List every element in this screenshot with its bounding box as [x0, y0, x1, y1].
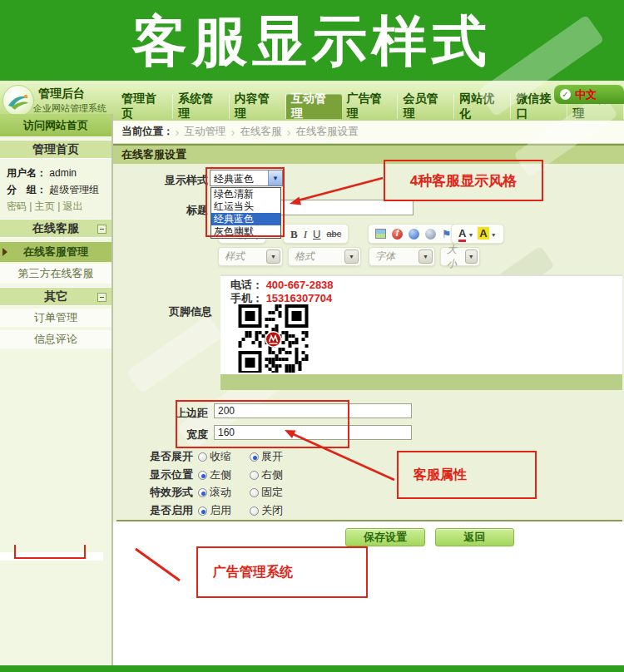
editor-dropdown-label: 格式 [295, 250, 314, 264]
radio-option-label: 关闭 [261, 504, 283, 516]
logout-link[interactable]: 退出 [63, 200, 83, 212]
ad-note-box: 广告管理系统 [196, 546, 368, 598]
footer-info-label: 页脚信息 [141, 304, 212, 319]
underline-button[interactable]: U [313, 229, 320, 240]
display-style-label: 显示样式 [141, 173, 208, 188]
editor-dropdown-2[interactable]: 字体▼ [369, 247, 435, 266]
password-link[interactable]: 密码 [7, 200, 27, 212]
bottom-bar [0, 665, 624, 672]
radio-button[interactable] [250, 471, 259, 480]
radio-button[interactable] [198, 452, 207, 462]
back-button[interactable]: 返回 [435, 528, 514, 546]
radio-option-label: 启用 [210, 504, 231, 516]
margin-highlight-box [176, 400, 349, 448]
arrow-right-icon [2, 248, 7, 256]
radio-row-label: 是否展开 [125, 449, 193, 464]
sidebar-header-service[interactable]: 在线客服 [0, 219, 111, 238]
sidebar-other-item-0[interactable]: 订单管理 [0, 309, 111, 327]
nav-tab-0[interactable]: 管理首页 [116, 94, 173, 119]
search-icon[interactable] [425, 229, 436, 240]
radio-row-0: 是否展开收缩展开 [125, 449, 301, 464]
section-header: 在线客服设置 [113, 144, 624, 164]
chevron-down-icon: ▼ [418, 250, 433, 264]
divider [116, 520, 622, 521]
radio-option: 收缩 [198, 450, 231, 462]
sidebar-header-home[interactable]: 管理首页 [0, 140, 111, 159]
radio-row-2: 特效形式滚动固定 [125, 485, 301, 500]
nav-tab-5[interactable]: 会员管理 [398, 94, 454, 119]
style-note-box: 4种客服显示风格 [384, 160, 543, 201]
radio-button[interactable] [250, 452, 259, 462]
text-color-button[interactable]: A▼ [458, 228, 473, 240]
chevron-down-icon: ▼ [468, 232, 473, 238]
flag-icon[interactable]: ⚑ [442, 229, 452, 240]
nav-tab-4[interactable]: 广告管理 [342, 94, 399, 119]
radio-button[interactable] [198, 488, 207, 497]
editor-dropdown-label: 字体 [375, 250, 395, 264]
sidebar-item-0[interactable]: 在线客服管理 [0, 242, 111, 262]
chevron-right-icon: › [231, 125, 235, 139]
radio-option-label: 滚动 [210, 486, 231, 498]
main-nav: 管理首页系统管理内容管理互动管理广告管理会员管理网站优化微信接口模板管理 [116, 92, 624, 119]
radio-option: 固定 [250, 486, 283, 498]
nav-tab-6[interactable]: 网站优化 [454, 94, 511, 119]
editor-format-group: B I U abc [283, 224, 349, 244]
editor-color-group: A▼ A▼ [451, 224, 504, 244]
user-group-row: 分 组： 超级管理组 [7, 183, 99, 197]
page: 客服显示样式 管理后台 企业网站管理系统 管理首页系统管理内容管理互动管理广告管… [0, 0, 624, 672]
radio-button[interactable] [198, 506, 207, 516]
italic-button[interactable]: I [304, 229, 307, 240]
collapse-icon[interactable] [97, 293, 106, 302]
banner: 客服显示样式 [0, 0, 624, 81]
bg-color-button[interactable]: A▼ [478, 227, 496, 240]
radio-button[interactable] [198, 471, 207, 480]
sidebar-header-other[interactable]: 其它 [0, 287, 111, 306]
radio-option: 启用 [198, 504, 231, 516]
visit-home-button[interactable]: 访问网站首页 [0, 114, 111, 136]
chevron-right-icon: › [287, 125, 291, 139]
editor-dropdown-3[interactable]: 大小▼ [440, 247, 480, 266]
collapse-icon[interactable] [97, 225, 106, 234]
media-icon[interactable] [409, 229, 419, 240]
strikethrough-button[interactable]: abc [326, 230, 341, 239]
breadcrumb-item-0[interactable]: 互动管理 [185, 125, 226, 139]
nav-tab-1[interactable]: 系统管理 [173, 94, 230, 119]
flash-icon[interactable]: f [392, 229, 403, 240]
chevron-right-icon: › [176, 125, 180, 139]
chevron-down-icon: ▼ [344, 250, 359, 264]
radio-option: 右侧 [250, 468, 283, 481]
radio-option-label: 左侧 [210, 468, 231, 481]
bold-button[interactable]: B [290, 229, 298, 240]
radio-option-label: 固定 [261, 486, 283, 498]
sidebar-item-1[interactable]: 第三方在线客服 [0, 264, 111, 284]
radio-option: 关闭 [250, 504, 283, 516]
attr-note-box: 客服属性 [397, 451, 537, 499]
radio-option: 展开 [250, 450, 283, 462]
editor-dropdown-1[interactable]: 格式▼ [288, 247, 361, 266]
language-label: 中文 [575, 87, 597, 102]
nav-tab-2[interactable]: 内容管理 [230, 94, 286, 119]
homepage-link[interactable]: 主页 [35, 200, 55, 212]
save-button[interactable]: 保存设置 [345, 528, 425, 546]
editor-dropdown-label: 样式 [225, 250, 245, 264]
radio-option-label: 收缩 [210, 450, 231, 462]
page-title: 客服显示样式 [132, 13, 492, 68]
qr-code [234, 304, 313, 376]
radio-button[interactable] [250, 506, 259, 516]
chevron-down-icon: ▼ [491, 232, 497, 238]
section-title: 在线客服设置 [121, 147, 186, 162]
sidebar-other-item-1[interactable]: 信息评论 [0, 330, 111, 348]
editor-dropdown-label: 大小 [447, 243, 465, 271]
logo-icon [2, 85, 34, 116]
language-badge[interactable]: ✓ 中文 [554, 85, 624, 104]
user-name-row: 用户名： admin [7, 166, 77, 180]
breadcrumb-item-2[interactable]: 在线客服设置 [296, 125, 359, 139]
app-subtitle: 企业网站管理系统 [33, 102, 106, 115]
account-links: 密码 | 主页 | 退出 [7, 200, 83, 214]
image-icon[interactable] [375, 229, 386, 239]
editor-dropdown-0[interactable]: 样式▼ [218, 247, 283, 266]
radio-button[interactable] [250, 488, 259, 497]
breadcrumb: 当前位置： ›互动管理›在线客服›在线客服设置 [113, 121, 624, 144]
breadcrumb-item-1[interactable]: 在线客服 [240, 125, 282, 139]
nav-tab-3[interactable]: 互动管理 [286, 94, 342, 119]
